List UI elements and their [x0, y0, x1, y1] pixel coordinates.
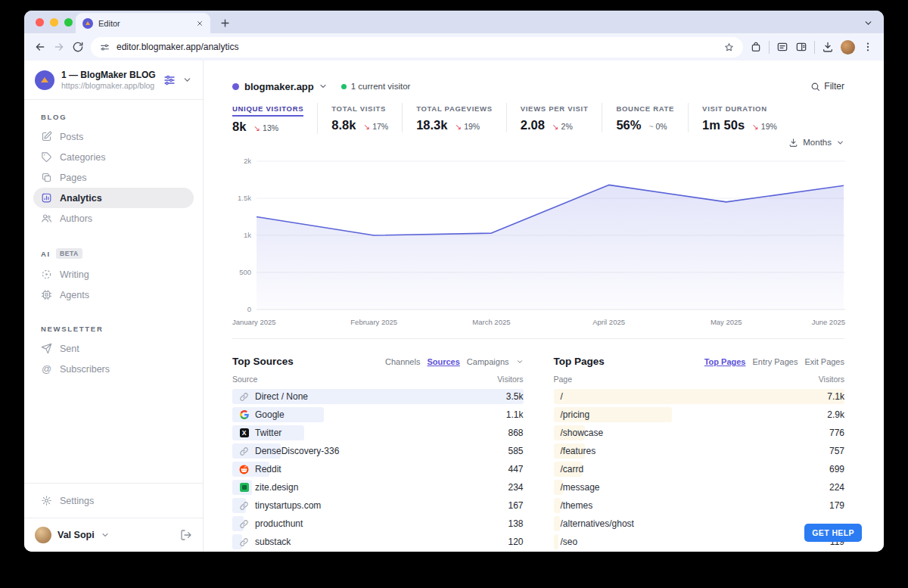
row-label: tinystartups.com	[232, 500, 321, 511]
analytics-icon	[41, 192, 52, 204]
downloads-icon[interactable]	[822, 41, 834, 53]
stat-total-pageviews[interactable]: TOTAL PAGEVIEWS 18.3k ↘ 19%	[416, 103, 507, 132]
close-tab-icon[interactable]	[196, 20, 204, 27]
blog-settings-sliders-icon[interactable]	[163, 74, 176, 86]
get-help-button[interactable]: GET HELP	[804, 524, 862, 542]
range-select[interactable]: Months	[803, 138, 832, 147]
stat-bounce-rate[interactable]: BOUNCE RATE 56% ~ 0%	[616, 103, 689, 132]
stat-visit-duration[interactable]: VISIT DURATION 1m 50s ↘ 19%	[702, 103, 791, 132]
sidebar-item-categories[interactable]: Categories	[33, 147, 194, 167]
reload-icon[interactable]	[72, 41, 84, 53]
extensions-icon[interactable]	[750, 41, 762, 53]
svg-text:April 2025: April 2025	[592, 318, 625, 326]
minimize-window-button[interactable]	[50, 18, 58, 26]
site-info-icon[interactable]	[100, 42, 110, 52]
stat-total-visits[interactable]: TOTAL VISITS 8.8k ↘ 17%	[331, 103, 403, 132]
table-row[interactable]: tinystartups.com167	[232, 496, 524, 515]
table-row[interactable]: /themes179	[554, 496, 845, 515]
new-tab-button[interactable]	[219, 17, 231, 29]
analytics-main: blogmaker.app 1 current visitor Filter U…	[204, 61, 884, 552]
url-text[interactable]: editor.blogmaker.app/analytics	[117, 42, 717, 52]
row-label: Reddit	[232, 464, 281, 474]
table-row[interactable]: Direct / None3.5k	[232, 387, 524, 406]
bookmark-star-icon[interactable]	[724, 42, 734, 52]
reading-list-icon[interactable]	[776, 41, 788, 53]
table-row[interactable]: XTwitter868	[232, 424, 524, 442]
chevron-down-icon[interactable]	[182, 75, 192, 85]
table-row[interactable]: /carrd699	[554, 460, 845, 478]
tab-top-pages[interactable]: Top Pages	[704, 357, 746, 366]
user-name[interactable]: Val Sopi	[58, 530, 95, 540]
sidebar-item-pages[interactable]: Pages	[33, 167, 194, 188]
table-row[interactable]: substack120	[232, 533, 524, 551]
table-row[interactable]: /pricing2.9k	[554, 406, 845, 424]
stat-label: VIEWS PER VISIT	[521, 104, 589, 115]
row-visitors: 234	[508, 482, 523, 493]
back-icon[interactable]	[34, 41, 46, 53]
logout-icon[interactable]	[180, 529, 192, 541]
sidebar-item-analytics[interactable]: Analytics	[33, 188, 194, 208]
row-visitors: 167	[508, 500, 523, 511]
sidebar-item-sent[interactable]: Sent	[33, 338, 194, 359]
sidebar-item-posts[interactable]: Posts	[33, 126, 194, 147]
svg-text:February 2025: February 2025	[350, 318, 397, 326]
tab-search-icon[interactable]	[863, 18, 873, 28]
browser-profile-avatar[interactable]	[841, 40, 855, 54]
gear-icon	[41, 495, 52, 506]
nav-section-newsletter: NEWSLETTER Sent @ Subscribers	[33, 325, 194, 379]
filter-button[interactable]: Filter	[810, 81, 844, 92]
sidebar-item-authors[interactable]: Authors	[33, 208, 194, 229]
row-visitors: 447	[508, 464, 523, 474]
chevron-down-icon[interactable]	[101, 530, 110, 540]
stat-label: BOUNCE RATE	[616, 104, 674, 115]
chevron-down-icon[interactable]	[836, 138, 844, 147]
stat-value: 1m 50s	[702, 118, 745, 132]
stat-change: ↘ 19%	[455, 122, 480, 131]
chevron-down-icon[interactable]	[516, 358, 524, 366]
stat-unique-visitors[interactable]: UNIQUE VISITORS 8k ↘ 13%	[232, 103, 318, 134]
sidebar-item-label: Posts	[60, 132, 83, 142]
sidebar-item-subscribers[interactable]: @ Subscribers	[33, 359, 194, 379]
table-row[interactable]: zite.design234	[232, 478, 524, 496]
blog-switcher[interactable]: 1 — BlogMaker BLOG https://blogmaker.app…	[24, 61, 203, 100]
url-bar[interactable]: editor.blogmaker.app/analytics	[91, 37, 743, 58]
table-row[interactable]: /7.1k	[554, 387, 845, 406]
sidebar-item-agents[interactable]: Agents	[33, 285, 194, 305]
value-bar	[554, 389, 845, 404]
visitors-area-chart[interactable]: 05001k1.5k2kJanuary 2025February 2025Mar…	[232, 151, 844, 332]
svg-text:June 2025: June 2025	[812, 318, 845, 326]
table-row[interactable]: /message224	[554, 478, 845, 496]
sidebar-item-writing[interactable]: Writing	[33, 264, 194, 285]
browser-tab-editor[interactable]: Editor	[76, 13, 210, 33]
tab-exit-pages[interactable]: Exit Pages	[804, 357, 844, 366]
download-icon[interactable]	[788, 138, 798, 148]
table-row[interactable]: /features757	[554, 442, 845, 460]
table-row[interactable]: /showcase776	[554, 424, 845, 442]
col-source: Source	[232, 375, 257, 384]
forward-icon[interactable]	[53, 41, 65, 53]
toolbar-divider	[814, 41, 815, 54]
table-row[interactable]: /alternatives/ghost	[554, 515, 845, 533]
stat-views-per-visit[interactable]: VIEWS PER VISIT 2.08 ↘ 2%	[521, 103, 603, 132]
side-panel-icon[interactable]	[795, 41, 807, 53]
table-row[interactable]: Reddit447	[232, 460, 524, 478]
link-icon	[239, 446, 249, 456]
table-row[interactable]: DenseDiscovery-336585	[232, 442, 524, 460]
table-row[interactable]: Google1.1k	[232, 406, 524, 424]
user-avatar[interactable]	[35, 527, 51, 543]
tab-sources[interactable]: Sources	[427, 357, 459, 366]
maximize-window-button[interactable]	[64, 18, 73, 26]
site-selector[interactable]: blogmaker.app	[244, 81, 314, 92]
stat-value: 56%	[616, 118, 641, 132]
tab-entry-pages[interactable]: Entry Pages	[752, 357, 798, 366]
table-row[interactable]: /seo119	[554, 533, 845, 551]
tab-campaigns[interactable]: Campaigns	[467, 357, 509, 366]
sidebar-item-label: Agents	[60, 290, 89, 300]
posts-icon	[41, 131, 52, 142]
tab-channels[interactable]: Channels	[385, 357, 420, 366]
browser-menu-icon[interactable]	[862, 41, 874, 53]
sidebar-item-settings[interactable]: Settings	[33, 490, 194, 511]
close-window-button[interactable]	[36, 18, 44, 26]
chevron-down-icon[interactable]	[319, 82, 328, 91]
table-row[interactable]: producthunt138	[232, 515, 524, 533]
